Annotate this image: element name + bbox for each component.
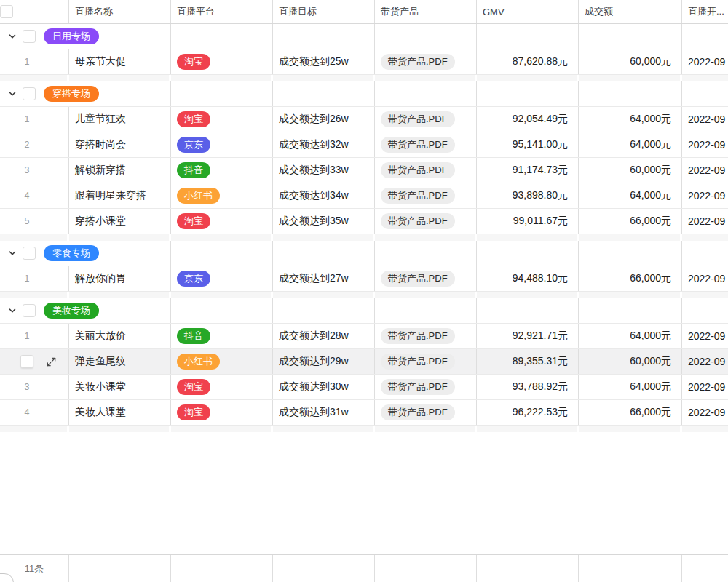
cell-platform[interactable]: 淘宝	[171, 107, 273, 132]
cell-live-name[interactable]: 解锁新穿搭	[69, 158, 171, 183]
cell-live-name[interactable]: 弹走鱼尾纹	[69, 349, 171, 374]
expand-record-icon[interactable]	[45, 356, 57, 367]
product-file-chip[interactable]: 带货产品.PDF	[381, 404, 455, 420]
cell-target[interactable]: 成交额达到34w	[273, 183, 375, 208]
cell-product[interactable]: 带货产品.PDF	[375, 183, 477, 208]
column-header-amount[interactable]: 成交额	[579, 0, 682, 23]
cell-start-time[interactable]: 2022-09	[682, 107, 728, 132]
cell-target[interactable]: 成交额达到35w	[273, 209, 375, 234]
cell-live-name[interactable]: 跟着明星来穿搭	[69, 183, 171, 208]
cell-start-time[interactable]: 2022-09	[682, 158, 728, 183]
product-file-chip[interactable]: 带货产品.PDF	[381, 354, 455, 370]
product-file-chip[interactable]: 带货产品.PDF	[381, 54, 455, 70]
cell-platform[interactable]: 小红书	[171, 349, 273, 374]
cell-live-name[interactable]: 儿童节狂欢	[69, 107, 171, 132]
cell-gmv[interactable]: 95,141.00元	[477, 132, 579, 157]
cell-gmv[interactable]: 93,898.80元	[477, 183, 579, 208]
chevron-down-icon[interactable]	[7, 306, 17, 316]
chevron-down-icon[interactable]	[7, 248, 17, 258]
summary-cell[interactable]	[273, 555, 375, 582]
cell-amount[interactable]: 60,000元	[579, 349, 682, 374]
cell-start-time[interactable]: 2022-09	[682, 324, 728, 348]
product-file-chip[interactable]: 带货产品.PDF	[381, 271, 455, 287]
cell-live-name[interactable]: 美丽大放价	[69, 324, 171, 348]
cell-amount[interactable]: 64,000元	[579, 324, 682, 348]
column-header-start-time[interactable]: 直播开...	[682, 0, 728, 23]
cell-amount[interactable]: 66,000元	[579, 266, 682, 291]
cell-platform[interactable]: 抖音	[171, 324, 273, 348]
cell-amount[interactable]: 66,000元	[579, 209, 682, 234]
cell-gmv[interactable]: 92,054.49元	[477, 107, 579, 132]
product-file-chip[interactable]: 带货产品.PDF	[381, 162, 455, 178]
cell-gmv[interactable]: 92,921.71元	[477, 324, 579, 348]
cell-platform[interactable]: 淘宝	[171, 209, 273, 234]
cell-platform[interactable]: 淘宝	[171, 375, 273, 399]
cell-live-name[interactable]: 美妆小课堂	[69, 375, 171, 399]
cell-target[interactable]: 成交额达到25w	[273, 49, 375, 74]
summary-cell[interactable]	[69, 555, 171, 582]
chevron-down-icon[interactable]	[7, 31, 17, 41]
cell-product[interactable]: 带货产品.PDF	[375, 209, 477, 234]
cell-amount[interactable]: 66,000元	[579, 400, 682, 425]
column-header-product[interactable]: 带货产品	[375, 0, 477, 23]
group-checkbox[interactable]	[23, 304, 36, 317]
cell-target[interactable]: 成交额达到31w	[273, 400, 375, 425]
cell-target[interactable]: 成交额达到30w	[273, 375, 375, 399]
cell-amount[interactable]: 64,000元	[579, 183, 682, 208]
column-header-platform[interactable]: 直播平台	[171, 0, 273, 23]
summary-cell[interactable]	[171, 555, 273, 582]
cell-platform[interactable]: 小红书	[171, 183, 273, 208]
cell-product[interactable]: 带货产品.PDF	[375, 375, 477, 399]
group-checkbox[interactable]	[23, 87, 36, 100]
cell-target[interactable]: 成交额达到32w	[273, 132, 375, 157]
cell-amount[interactable]: 64,000元	[579, 132, 682, 157]
cell-product[interactable]: 带货产品.PDF	[375, 132, 477, 157]
cell-product[interactable]: 带货产品.PDF	[375, 324, 477, 348]
cell-live-name[interactable]: 解放你的胃	[69, 266, 171, 291]
cell-gmv[interactable]: 91,174.73元	[477, 158, 579, 183]
column-header-target[interactable]: 直播目标	[273, 0, 375, 23]
cell-amount[interactable]: 60,000元	[579, 158, 682, 183]
row-checkbox[interactable]	[20, 355, 33, 368]
cell-gmv[interactable]: 94,488.10元	[477, 266, 579, 291]
product-file-chip[interactable]: 带货产品.PDF	[381, 137, 455, 153]
cell-start-time[interactable]: 2022-09	[682, 49, 728, 74]
cell-live-name[interactable]: 穿搭小课堂	[69, 209, 171, 234]
cell-start-time[interactable]: 2022-09	[682, 349, 728, 374]
cell-platform[interactable]: 淘宝	[171, 49, 273, 74]
cell-product[interactable]: 带货产品.PDF	[375, 349, 477, 374]
cell-start-time[interactable]: 2022-09	[682, 375, 728, 399]
cell-start-time[interactable]: 2022-09	[682, 266, 728, 291]
chevron-down-icon[interactable]	[7, 89, 17, 99]
cell-amount[interactable]: 60,000元	[579, 49, 682, 74]
cell-target[interactable]: 成交额达到26w	[273, 107, 375, 132]
cell-gmv[interactable]: 89,355.31元	[477, 349, 579, 374]
cell-amount[interactable]: 64,000元	[579, 107, 682, 132]
cell-platform[interactable]: 京东	[171, 132, 273, 157]
cell-product[interactable]: 带货产品.PDF	[375, 107, 477, 132]
cell-start-time[interactable]: 2022-09	[682, 400, 728, 425]
cell-amount[interactable]: 64,000元	[579, 375, 682, 399]
cell-live-name[interactable]: 美妆大课堂	[69, 400, 171, 425]
cell-start-time[interactable]: 2022-09	[682, 209, 728, 234]
product-file-chip[interactable]: 带货产品.PDF	[381, 111, 455, 127]
product-file-chip[interactable]: 带货产品.PDF	[381, 213, 455, 229]
cell-platform[interactable]: 抖音	[171, 158, 273, 183]
column-header-name[interactable]: 直播名称	[69, 0, 171, 23]
cell-product[interactable]: 带货产品.PDF	[375, 158, 477, 183]
cell-product[interactable]: 带货产品.PDF	[375, 266, 477, 291]
cell-product[interactable]: 带货产品.PDF	[375, 49, 477, 74]
cell-gmv[interactable]: 96,222.53元	[477, 400, 579, 425]
summary-cell[interactable]	[682, 555, 728, 582]
cell-target[interactable]: 成交额达到28w	[273, 324, 375, 348]
summary-cell[interactable]	[375, 555, 477, 582]
product-file-chip[interactable]: 带货产品.PDF	[381, 379, 455, 395]
cell-gmv[interactable]: 99,011.67元	[477, 209, 579, 234]
cell-start-time[interactable]: 2022-09	[682, 132, 728, 157]
select-all-checkbox[interactable]	[0, 5, 13, 18]
cell-gmv[interactable]: 87,620.88元	[477, 49, 579, 74]
cell-platform[interactable]: 淘宝	[171, 400, 273, 425]
group-checkbox[interactable]	[23, 30, 36, 43]
cell-target[interactable]: 成交额达到27w	[273, 266, 375, 291]
column-header-gmv[interactable]: GMV	[477, 0, 579, 23]
